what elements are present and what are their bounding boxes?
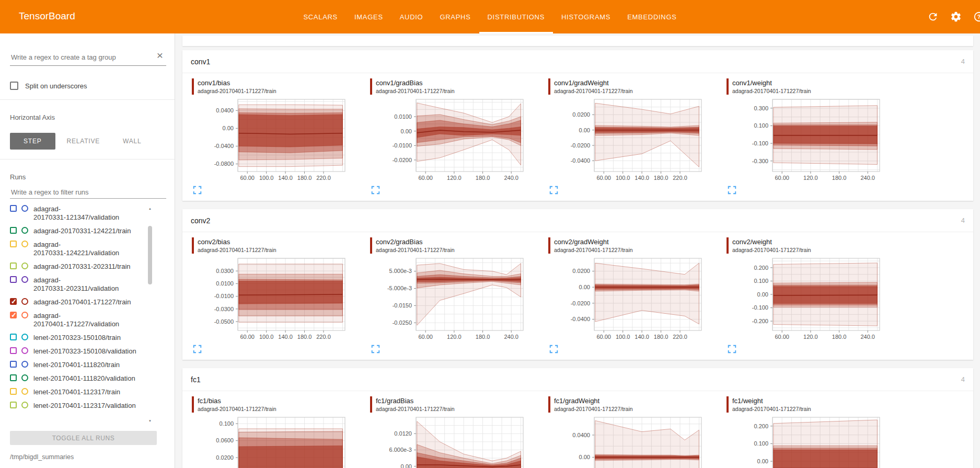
tab-audio[interactable]: AUDIO [391,0,432,33]
run-checkbox[interactable] [10,227,17,234]
run-checkbox[interactable] [10,334,17,340]
expand-chart-button[interactable] [371,345,380,353]
run-row[interactable]: lenet-20170401-111820/train [10,361,153,369]
run-checkbox[interactable]: ✓ [10,312,17,318]
svg-text:-0.0100: -0.0100 [393,142,412,149]
run-row[interactable]: adagrad-20170331-121347/validation [10,205,153,222]
tab-graphs[interactable]: GRAPHS [431,0,479,33]
run-radio[interactable] [21,227,28,234]
run-checkbox[interactable] [10,347,17,354]
run-row[interactable]: ✓adagrad-20170401-171227/validation [10,312,153,328]
expand-chart-button[interactable] [549,345,558,353]
tab-images[interactable]: IMAGES [346,0,391,33]
runs-scrollbar[interactable]: ▲ ▼ [147,207,153,423]
run-row[interactable]: lenet-20170401-112317/validation [10,402,153,410]
axis-mode-wall-button[interactable]: WALL [111,133,153,150]
run-checkbox[interactable] [10,374,17,381]
expand-chart-button[interactable] [728,345,736,353]
tab-histograms[interactable]: HISTOGRAMS [553,0,619,33]
run-row[interactable]: lenet-20170323-150108/validation [10,347,153,356]
expand-chart-button[interactable] [728,186,736,195]
tab-scalars[interactable]: SCALARS [295,0,346,33]
settings-icon[interactable] [950,11,962,22]
svg-text:0.200: 0.200 [754,423,768,429]
distribution-plot[interactable]: 5.000e-3-5.000e-3-0.0150-0.025060.00120.… [378,256,526,343]
run-checkbox[interactable]: ✓ [10,298,17,305]
run-radio[interactable] [21,276,28,283]
run-name: lenet-20170401-111820/validation [33,374,135,383]
run-name: adagrad-20170331-121347/validation [33,205,119,222]
tag-group-filter-row: × [10,52,166,66]
run-radio[interactable] [21,374,28,381]
run-row[interactable]: ✓adagrad-20170401-171227/train [10,298,153,306]
runs-regex-input[interactable] [10,188,151,197]
tab-embeddings[interactable]: EMBEDDINGS [619,0,685,33]
refresh-icon[interactable] [927,11,939,22]
run-checkbox[interactable] [10,388,17,395]
section-title: conv1 [191,58,210,66]
run-radio[interactable] [21,298,28,305]
section-header-fc1[interactable]: fc14 [182,368,973,391]
run-radio[interactable] [21,402,28,408]
toggle-all-runs-button[interactable]: TOGGLE ALL RUNS [10,431,157,445]
section-header-conv1[interactable]: conv14 [182,50,973,73]
tab-distributions[interactable]: DISTRIBUTIONS [479,0,554,33]
section-title: conv2 [191,216,210,225]
distribution-plot[interactable]: 0.2000.1000.00-0.10060.00120.0180.0240.0 [735,415,882,468]
run-name: lenet-20170401-111820/train [33,361,120,369]
svg-text:-0.0250: -0.0250 [393,319,412,326]
help-icon[interactable]: ? [973,11,980,22]
distribution-plot[interactable]: 0.02000.00-0.0200-0.040060.00100.0140.01… [557,97,704,184]
run-radio[interactable] [21,241,28,247]
scroll-up-icon[interactable]: ▲ [147,207,153,210]
run-radio[interactable] [21,361,28,368]
run-checkbox[interactable] [10,262,17,269]
svg-text:-0.0200: -0.0200 [571,142,590,149]
run-row[interactable]: adagrad-20170331-202311/validation [10,276,153,293]
tag-group-regex-input[interactable] [10,53,141,62]
run-checkbox[interactable] [10,276,17,283]
split-underscores-option[interactable]: Split on underscores [10,82,166,90]
run-radio[interactable] [21,312,28,318]
run-row[interactable]: adagrad-20170331-124221/train [10,227,153,235]
run-checkbox[interactable] [10,402,17,408]
distribution-plot[interactable]: 0.03000.0100-0.0100-0.0300-0.050060.0010… [200,256,348,343]
distribution-plot[interactable]: 0.01206.000e-30.0060.00120.0180.0240.0 [378,415,526,468]
run-radio[interactable] [21,334,28,340]
axis-mode-relative-button[interactable]: RELATIVE [55,133,112,150]
run-row[interactable]: lenet-20170401-112317/train [10,388,153,396]
run-row[interactable]: lenet-20170401-111820/validation [10,374,153,383]
distribution-plot[interactable]: 0.1000.06000.0200-0.020060.00100.0140.01… [200,415,348,468]
run-radio[interactable] [21,347,28,354]
run-color-bar [370,396,372,413]
chart-title-text: conv1/gradBiasadagrad-20170401-171227/tr… [376,78,455,95]
run-checkbox[interactable] [10,205,17,212]
run-radio[interactable] [21,205,28,212]
distribution-plot[interactable]: 0.02000.00-0.0200-0.040060.00100.0140.01… [557,256,704,343]
chart-title-text: conv1/gradWeightadagrad-20170401-171227/… [554,78,633,95]
expand-chart-button[interactable] [193,186,202,195]
expand-chart-button[interactable] [549,186,558,195]
distribution-plot[interactable]: 0.2000.1000.00-0.100-0.20060.00120.0180.… [735,256,882,343]
distribution-plot[interactable]: 0.3000.100-0.100-0.30060.00120.0180.0240… [735,97,882,184]
svg-text:100.0: 100.0 [616,334,630,340]
run-row[interactable]: adagrad-20170331-202311/train [10,262,153,271]
run-radio[interactable] [21,262,28,269]
expand-chart-button[interactable] [193,345,202,353]
distribution-plot[interactable]: 0.01000.00-0.0100-0.020060.00120.0180.02… [378,97,526,184]
distribution-plot[interactable]: 0.04000.00-0.040060.00100.0140.0180.0220… [557,415,704,468]
run-row[interactable]: lenet-20170323-150108/train [10,334,153,342]
scroll-down-icon[interactable]: ▼ [147,419,153,423]
run-row[interactable]: adagrad-20170331-124221/validation [10,241,153,257]
axis-mode-step-button[interactable]: STEP [10,133,55,150]
scrollbar-thumb[interactable] [148,226,152,284]
run-checkbox[interactable] [10,361,17,368]
close-icon[interactable]: × [157,50,163,61]
section-header-conv2[interactable]: conv24 [182,209,973,232]
run-radio[interactable] [21,388,28,395]
split-underscores-checkbox[interactable] [10,82,18,90]
distribution-plot[interactable]: 0.04000.00-0.0400-0.080060.00100.0140.01… [200,97,348,184]
expand-chart-button[interactable] [371,186,380,195]
run-checkbox[interactable] [10,241,17,247]
section-title: fc1 [191,375,201,384]
